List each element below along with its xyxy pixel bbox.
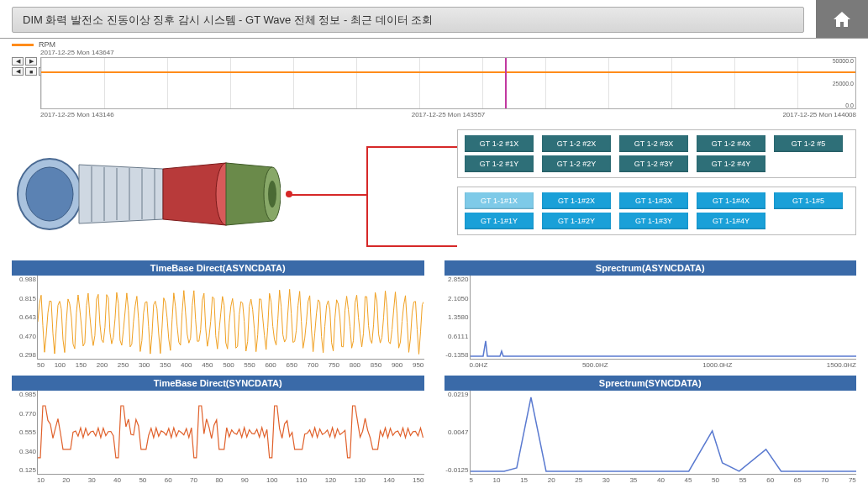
rpm-label: RPM [39, 40, 55, 49]
sensor-group-gt12: GT 1-2 #1XGT 1-2 #2XGT 1-2 #3XGT 1-2 #4X… [457, 129, 856, 178]
sensor-button[interactable]: GT 1-2 #2Y [542, 155, 611, 172]
page-title: DIM 화력 발전소 진동이상 징후 감시 시스템 - GT Wave 전체 정… [12, 7, 804, 33]
sensor-button[interactable]: GT 1-2 #1X [465, 135, 534, 152]
nav-first-button[interactable]: ◀ [12, 57, 24, 66]
nav-prev-button[interactable]: ◀ [12, 67, 24, 76]
nav-last-button[interactable]: ▶ [25, 57, 37, 66]
turbine-diagram [12, 129, 356, 259]
sensor-button[interactable]: GT 1-1#3X [619, 192, 688, 209]
sensor-button[interactable]: GT 1-2 #3Y [619, 155, 688, 172]
nav-stop-button[interactable]: ■ [25, 67, 37, 76]
rpm-swatch [12, 44, 34, 46]
sensor-button[interactable]: GT 1-2 #3X [619, 135, 688, 152]
sensor-button[interactable]: GT 1-1#1Y [465, 213, 534, 229]
chart-title: TimeBase Direct(SYNCDATA) [12, 376, 424, 391]
chart-title: Sprectrum(ASYNCDATA) [445, 260, 857, 276]
overview-cursor[interactable] [505, 58, 507, 108]
sensor-button[interactable]: GT 1-1#4Y [697, 213, 765, 229]
chart-plot-area[interactable] [471, 276, 856, 360]
chart-spectrum-sync: Sprectrum(SYNCDATA) 0.02190.0047-0.0125 … [445, 376, 857, 484]
overview-chart[interactable]: 50000.0 25000.0 0.0 [40, 57, 856, 109]
svg-point-1 [26, 167, 73, 221]
sensor-button[interactable]: GT 1-2 #5 [774, 135, 843, 152]
sensor-button[interactable]: GT 1-1#5 [774, 192, 843, 209]
sensor-button[interactable]: GT 1-1#1X [465, 192, 534, 209]
sensor-button[interactable]: GT 1-1#2X [542, 192, 611, 209]
sensor-button[interactable]: GT 1-2 #4Y [697, 155, 765, 172]
chart-plot-area[interactable] [471, 391, 856, 475]
chart-title: TimeBase Direct(ASYNCDATA) [12, 260, 424, 276]
chart-timebase-sync: TimeBase Direct(SYNCDATA) 0.9850.7700.55… [12, 376, 424, 484]
sensor-group-gt11: GT 1-1#1XGT 1-1#2XGT 1-1#3XGT 1-1#4XGT 1… [457, 187, 856, 235]
chart-timebase-async: TimeBase Direct(ASYNCDATA) 0.9880.8150.6… [12, 260, 424, 369]
sensor-button[interactable]: GT 1-1#3Y [619, 213, 688, 229]
chart-spectrum-async: Sprectrum(ASYNCDATA) 2.85202.10501.35800… [445, 260, 857, 369]
overview-x-axis: 2017-12-25 Mon 143146 2017-12-25 Mon 143… [40, 111, 856, 118]
chart-plot-area[interactable] [38, 276, 423, 360]
sensor-button[interactable]: GT 1-2 #1Y [465, 155, 534, 172]
overview-cursor-time: 2017-12-25 Mon 143647 [40, 49, 114, 56]
sensor-button[interactable]: GT 1-1#4X [697, 192, 765, 209]
chart-plot-area[interactable] [38, 391, 423, 475]
home-button[interactable] [816, 0, 868, 38]
chart-title: Sprectrum(SYNCDATA) [445, 376, 857, 391]
overview-rpm-line [41, 71, 855, 73]
sensor-button[interactable]: GT 1-2 #2X [542, 135, 611, 152]
sensor-button[interactable]: GT 1-2 #4X [697, 135, 765, 152]
sensor-button[interactable]: GT 1-1#2Y [542, 213, 611, 229]
page-title-text: DIM 화력 발전소 진동이상 징후 감시 시스템 - GT Wave 전체 정… [23, 13, 433, 28]
home-icon [832, 9, 852, 29]
svg-point-10 [268, 181, 276, 208]
turbine-illustration [12, 139, 281, 249]
